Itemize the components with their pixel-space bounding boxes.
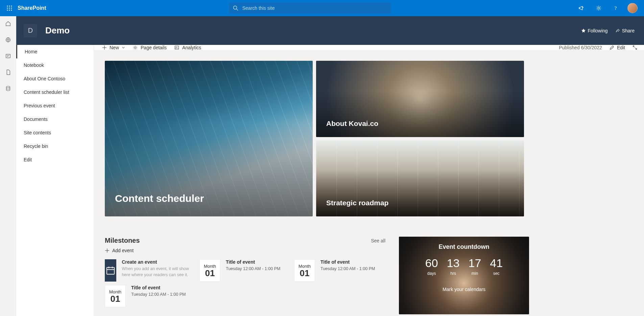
- hero-tile-1[interactable]: About Kovai.co: [316, 61, 524, 137]
- event-sub: Tuesday 12:00 AM - 1:00 PM: [226, 266, 280, 272]
- svg-point-1: [9, 5, 10, 6]
- event-item[interactable]: Month01 Title of eventTuesday 12:00 AM -…: [199, 259, 291, 282]
- svg-point-15: [6, 86, 10, 88]
- new-button[interactable]: New: [102, 45, 125, 50]
- event-title: Title of event: [131, 285, 186, 290]
- milestones-webpart: Milestones See all Add event: [105, 237, 385, 314]
- hero-tile-main[interactable]: Content scheduler: [105, 61, 313, 216]
- app-launcher-button[interactable]: [1, 0, 18, 16]
- megaphone-button[interactable]: [574, 0, 590, 16]
- event-sub: Tuesday 12:00 AM - 1:00 PM: [131, 292, 186, 298]
- page-details-label: Page details: [141, 45, 167, 50]
- event-sub: When you add an event, it will show here…: [122, 266, 196, 278]
- countdown-title: Event countdown: [439, 243, 490, 251]
- new-label: New: [110, 45, 119, 50]
- rail-news-button[interactable]: [5, 53, 11, 59]
- svg-point-9: [233, 6, 237, 9]
- site-logo[interactable]: D: [24, 24, 37, 37]
- add-event-button[interactable]: Add event: [105, 248, 385, 253]
- nav-item-edit[interactable]: Edit: [16, 153, 94, 166]
- svg-point-11: [598, 7, 599, 9]
- svg-point-2: [11, 5, 12, 6]
- svg-point-0: [7, 5, 8, 6]
- help-icon: ?: [613, 5, 619, 11]
- countdown-days: 60: [425, 257, 438, 270]
- hero-tile-main-title: Content scheduler: [115, 193, 204, 204]
- svg-point-5: [11, 7, 12, 8]
- analytics-label: Analytics: [182, 45, 201, 50]
- event-title: Create an event: [122, 259, 196, 265]
- svg-point-6: [7, 9, 8, 10]
- share-button[interactable]: Share: [615, 28, 635, 33]
- settings-button[interactable]: [591, 0, 607, 16]
- database-icon: [5, 85, 11, 91]
- plus-icon: [102, 45, 107, 50]
- star-filled-icon: [581, 28, 586, 33]
- nav-item-content-scheduler-list[interactable]: Content scheduler list: [16, 85, 94, 99]
- svg-point-3: [7, 7, 8, 8]
- nav-item-documents[interactable]: Documents: [16, 112, 94, 126]
- globe-icon: [5, 37, 11, 43]
- calendar-icon: [105, 259, 116, 282]
- svg-rect-14: [6, 54, 10, 58]
- page-canvas: Content scheduler About Kovai.co Strateg…: [94, 51, 644, 316]
- share-icon: [615, 28, 620, 33]
- rail-files-button[interactable]: [5, 69, 11, 76]
- analytics-icon: [174, 45, 180, 50]
- event-title: Title of event: [320, 259, 375, 265]
- analytics-button[interactable]: Analytics: [174, 45, 201, 50]
- hero-tile-2[interactable]: Strategic roadmap: [316, 140, 524, 217]
- milestones-heading: Milestones: [105, 237, 140, 244]
- file-icon: [5, 69, 11, 75]
- event-create-placeholder[interactable]: Create an event When you add an event, i…: [105, 259, 196, 282]
- nav-item-about-one-contoso[interactable]: About One Contoso: [16, 72, 94, 85]
- news-icon: [5, 53, 11, 59]
- search-input[interactable]: [242, 5, 387, 11]
- rail-home-button[interactable]: [5, 20, 11, 27]
- expand-button[interactable]: [633, 45, 637, 50]
- nav-item-home[interactable]: Home: [16, 45, 94, 58]
- countdown-sec: 41: [490, 257, 503, 270]
- hero-tile-1-title: About Kovai.co: [326, 120, 378, 128]
- see-all-link[interactable]: See all: [371, 238, 385, 243]
- following-button[interactable]: Following: [581, 28, 608, 33]
- svg-point-8: [11, 9, 12, 10]
- gear-icon: [133, 45, 138, 50]
- page-details-button[interactable]: Page details: [133, 45, 167, 50]
- app-rail: [0, 16, 16, 316]
- edit-button[interactable]: Edit: [610, 45, 625, 50]
- countdown-webpart[interactable]: Event countdown 60days 13hrs 17min 41sec…: [399, 237, 529, 314]
- nav-item-notebook[interactable]: Notebook: [16, 58, 94, 72]
- countdown-subtitle: Mark your calendars: [443, 287, 485, 292]
- account-button[interactable]: [624, 0, 641, 16]
- event-sub: Tuesday 12:00 AM - 1:00 PM: [320, 266, 375, 272]
- rail-lists-button[interactable]: [5, 85, 11, 92]
- hero-webpart: Content scheduler About Kovai.co Strateg…: [105, 61, 630, 216]
- hero-tile-2-title: Strategic roadmap: [326, 199, 388, 207]
- event-title: Title of event: [226, 259, 280, 265]
- svg-point-7: [9, 9, 10, 10]
- event-item[interactable]: Month01 Title of eventTuesday 12:00 AM -…: [105, 285, 196, 307]
- nav-item-site-contents[interactable]: Site contents: [16, 126, 94, 139]
- megaphone-icon: [579, 5, 585, 11]
- avatar: [627, 3, 638, 13]
- plus-icon: [105, 248, 110, 253]
- edit-label: Edit: [617, 45, 625, 50]
- site-title[interactable]: Demo: [45, 25, 70, 36]
- o365-header: SharePoint ?: [0, 0, 644, 16]
- search-box[interactable]: [229, 2, 391, 14]
- command-bar: New Page details Analytics P: [94, 45, 644, 51]
- rail-sites-button[interactable]: [5, 36, 11, 43]
- site-header: D Demo Following Share: [16, 16, 644, 45]
- o365-brand-label[interactable]: SharePoint: [18, 5, 46, 11]
- expand-icon: [633, 45, 637, 50]
- countdown-min: 17: [469, 257, 481, 270]
- share-label: Share: [622, 28, 635, 33]
- countdown-hrs: 13: [447, 257, 460, 270]
- nav-item-recycle-bin[interactable]: Recycle bin: [16, 139, 94, 153]
- nav-item-previous-event[interactable]: Previous event: [16, 99, 94, 112]
- help-button[interactable]: ?: [607, 0, 624, 16]
- gear-icon: [596, 5, 602, 11]
- event-item[interactable]: Month01 Title of eventTuesday 12:00 AM -…: [294, 259, 385, 282]
- add-event-label: Add event: [112, 248, 134, 253]
